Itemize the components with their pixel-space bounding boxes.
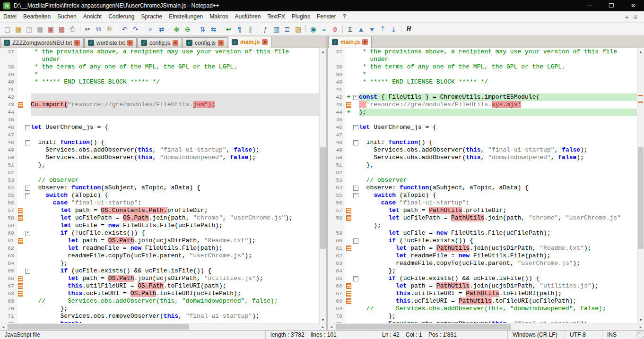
show-all-characters-icon[interactable]: ¶ [235,24,244,34]
line-number[interactable]: 52 [0,169,17,177]
code-line[interactable]: 45 [0,116,319,124]
compare-clear-icon[interactable]: ⊘ [330,24,340,34]
code-line[interactable]: 69 // Services.obs.addObserver(this, "do… [0,297,319,305]
code-line[interactable]: under [0,56,319,63]
monitoring-icon[interactable]: ◉ [308,24,318,34]
line-number[interactable]: 53 [0,177,17,184]
line-number[interactable]: 52 [328,169,345,177]
code-line[interactable]: 41 [0,86,319,93]
line-number[interactable]: 69 [328,305,345,313]
fold-collapse-box[interactable]: - [24,184,31,192]
code-line[interactable]: 62 let readmeFile = new FileUtils.File(p… [328,252,637,260]
status-eol-format[interactable]: Windows (CR LF) [508,331,565,339]
redo-icon[interactable]: ↷ [131,24,140,34]
fold-minus-icon[interactable]: - [25,140,30,145]
code-line[interactable]: 59 let ucFile = new FileUtils.File(ucFil… [0,222,319,229]
line-number[interactable]: 70 [0,305,17,313]
new-tab-button[interactable]: + [625,13,629,21]
fold-minus-icon[interactable]: - [25,269,30,274]
fold-collapse-box[interactable]: - [352,139,359,146]
undo-icon[interactable]: ↶ [120,24,130,34]
line-number[interactable]: 54 [328,184,345,192]
code-line[interactable]: 46-let UserChrome_js = { [0,124,319,131]
textfx-sigma-icon[interactable]: Σ [345,24,355,34]
code-line[interactable]: 58 let ucFilePath = PathUtils.join(path,… [328,214,637,222]
code-line[interactable]: 63 readmeFile.copyTo(ucFile.parent, "use… [328,260,637,267]
code-line[interactable]: 61 let path = OS.Path.join(ucjsDirPath, … [0,237,319,245]
left-horizontal-scrollbar[interactable]: ◄ ► [0,323,326,330]
code-line[interactable]: 52 [0,169,319,177]
replace-icon[interactable]: ⇄ [157,24,166,34]
line-number[interactable]: 48 [328,139,345,146]
fold-collapse-box[interactable]: - [352,93,359,101]
code-line[interactable]: 66 let path = OS.Path.join(ucjsDirPath, … [0,275,319,282]
fold-minus-icon[interactable]: - [353,125,358,130]
code-line[interactable]: 37 * the provisions above, a recipient m… [0,48,319,56]
tab-close-icon[interactable]: ✕ [218,40,224,46]
save-all-icon[interactable]: ▦ [35,24,45,34]
close-all-icon[interactable]: ▩ [57,24,67,34]
tab-main-js[interactable]: ✓main.js✕ [328,36,372,48]
code-line[interactable]: 64 }; [328,267,637,275]
line-number[interactable]: 42 [0,93,17,101]
code-line[interactable]: 65- if (ucFile.exists() && ucFile.isFile… [0,267,319,275]
scroll-thumb[interactable] [638,147,644,249]
code-line[interactable]: 70 }; [328,313,637,320]
line-number[interactable]: 48 [0,139,17,146]
code-line[interactable]: 65- if (ucFile.exists() && ucFile.isFile… [328,275,637,282]
line-number[interactable]: 65 [328,275,345,282]
line-number[interactable]: 56 [328,199,345,207]
scroll-right-icon[interactable]: ► [320,323,326,330]
scroll-down-icon[interactable]: ▼ [637,316,644,323]
line-number[interactable]: 49 [0,146,17,154]
code-line[interactable]: 49 Services.obs.addObserver(this, "final… [328,146,637,154]
menu-fenster[interactable]: Fenster [313,11,339,22]
code-line[interactable]: 54- observe: function(aSubject, aTopic, … [328,184,637,192]
cut-icon[interactable]: ✂ [83,24,93,34]
menu-suchen[interactable]: Suchen [54,11,80,22]
open-file-icon[interactable]: ▤ [13,24,23,34]
code-line[interactable]: 39 * [0,71,319,78]
document-list-icon[interactable]: ≣ [282,24,292,34]
scroll-thumb[interactable] [336,324,511,330]
code-line[interactable]: 40 * ***** END LICENSE BLOCK ***** */ [328,78,637,86]
scroll-left-icon[interactable]: ◄ [328,323,335,330]
line-number[interactable]: 51 [328,161,345,169]
sync-horizontal-scrolling-icon[interactable]: ⇆ [209,24,218,34]
code-line[interactable]: 58 let ucFilePath = OS.Path.join(path, "… [0,214,319,222]
line-number[interactable]: 60 [0,229,17,237]
line-number[interactable]: 66 [328,282,345,290]
code-line[interactable]: 43 'resource://gre/modules/FileUtils.sys… [328,101,637,109]
code-line[interactable]: 67 this.utilFileURI = PathUtils.toFileUR… [328,290,637,297]
line-number[interactable]: 61 [0,237,17,245]
fold-collapse-box[interactable]: - [24,229,31,237]
fold-minus-icon[interactable]: - [25,231,30,236]
code-line[interactable]: 47 [0,131,319,139]
code-line[interactable]: 55- switch (aTopic) { [0,192,319,199]
left-vertical-scrollbar[interactable]: ▲ ▼ [319,48,326,323]
line-number[interactable] [328,56,345,63]
close-icon[interactable]: ▣ [46,24,56,34]
tab-close-icon[interactable]: ✕ [173,40,178,46]
code-line[interactable]: 46-let UserChrome_js = { [328,124,637,131]
line-number[interactable]: 66 [0,275,17,282]
code-line[interactable]: 60- if (!ucFile.exists()) { [0,229,319,237]
code-line[interactable]: 47 [328,131,637,139]
line-number[interactable]: 47 [0,131,17,139]
code-line[interactable]: 52 [328,169,637,177]
line-number[interactable]: 38 [328,63,345,71]
menu-makros[interactable]: Makros [206,11,231,22]
line-number[interactable]: 59 [328,229,345,237]
menu-ansicht[interactable]: Ansicht [80,11,105,22]
line-number[interactable]: 49 [328,146,345,154]
line-number[interactable]: 55 [0,192,17,199]
code-line[interactable]: 67 this.utilFileURI = OS.Path.toFileURI(… [0,282,319,290]
code-line[interactable]: 49 Services.obs.addObserver(this, "final… [0,146,319,154]
line-number[interactable]: 39 [328,71,345,78]
code-line[interactable]: 66 let path = PathUtils.join(ucjsDirPath… [328,282,637,290]
scroll-thumb[interactable] [8,324,189,330]
line-number[interactable]: 65 [0,267,17,275]
line-number[interactable]: 46 [328,124,345,131]
code-line[interactable]: 48- init: function() { [0,139,319,146]
code-line[interactable]: 53 // observer [0,177,319,184]
